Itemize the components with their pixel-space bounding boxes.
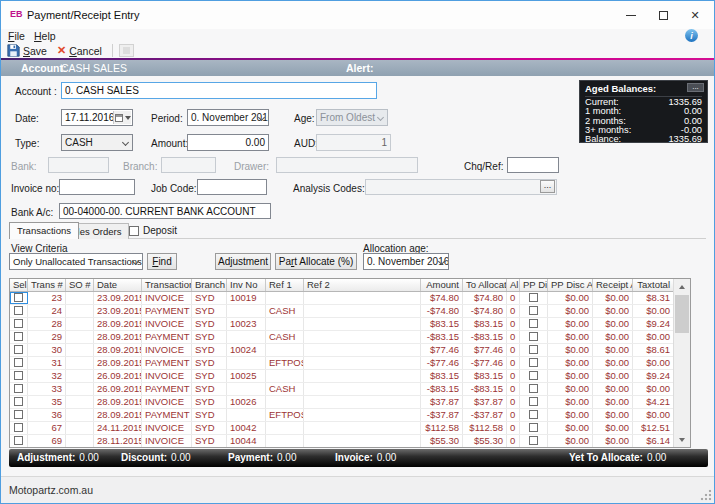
- view-criteria-select[interactable]: Only Unallocated Transactions: [9, 253, 143, 270]
- close-button[interactable]: ✕: [680, 1, 710, 29]
- cell-pp-disc[interactable]: [520, 292, 548, 304]
- cell-sel[interactable]: [10, 435, 28, 447]
- table-row[interactable]: 3528.09.2015INVOICESYD10026$37.87$37.870…: [10, 396, 690, 409]
- cancel-button[interactable]: ✕ Cancel: [57, 44, 102, 57]
- cell-pp-disc[interactable]: [520, 396, 548, 408]
- table-row[interactable]: 3226.09.2015INVOICESYD10025$83.15$83.150…: [10, 370, 690, 383]
- col-header-ref1[interactable]: Ref 1: [266, 279, 304, 291]
- table-row[interactable]: 6724.11.2015INVOICESYD10042$112.58$112.5…: [10, 422, 690, 435]
- scrollbar-thumb[interactable]: [675, 295, 689, 333]
- cell-sel[interactable]: [10, 344, 28, 356]
- cell-pp-disc[interactable]: [520, 370, 548, 382]
- cell-sel[interactable]: [10, 396, 28, 408]
- col-header-taxtotal[interactable]: Taxtotal: [633, 279, 674, 291]
- menu-help[interactable]: Help: [31, 30, 59, 42]
- cell-sel[interactable]: [10, 292, 28, 304]
- save-button[interactable]: Save: [7, 44, 47, 57]
- menu-file[interactable]: File: [5, 30, 28, 42]
- pp-disc-checkbox[interactable]: [529, 306, 538, 315]
- resize-grip[interactable]: [700, 489, 712, 501]
- cell-pp-disc[interactable]: [520, 435, 548, 447]
- cell-pp-disc[interactable]: [520, 305, 548, 317]
- col-header-receipt-amt[interactable]: Receipt Amt: [593, 279, 633, 291]
- pp-disc-checkbox[interactable]: [529, 397, 538, 406]
- pp-disc-checkbox[interactable]: [529, 371, 538, 380]
- col-header-pp-disc[interactable]: PP Disc: [520, 279, 548, 291]
- cell-sel[interactable]: [10, 357, 28, 369]
- sel-checkbox[interactable]: [14, 319, 23, 328]
- table-row[interactable]: 2323.09.2015INVOICESYD10019$74.80$74.800…: [10, 292, 690, 305]
- col-header-so-no[interactable]: SO #: [66, 279, 94, 291]
- cell-pp-disc[interactable]: [520, 422, 548, 434]
- type-select[interactable]: CASH: [61, 134, 133, 151]
- cell-sel[interactable]: [10, 331, 28, 343]
- cell-pp-disc[interactable]: [520, 318, 548, 330]
- job-code-input[interactable]: [197, 179, 267, 195]
- chqref-input[interactable]: [507, 157, 559, 173]
- table-row[interactable]: 6928.11.2015INVOICESYD10044$55.30$55.300…: [10, 435, 690, 448]
- col-header-pp-disc-amnt[interactable]: PP Disc Amnt: [548, 279, 593, 291]
- sel-checkbox[interactable]: [14, 384, 23, 393]
- col-header-inv-no[interactable]: Inv No: [227, 279, 266, 291]
- aged-balances-more-button[interactable]: ...: [687, 83, 704, 92]
- info-icon[interactable]: i: [685, 29, 698, 42]
- sel-checkbox[interactable]: [14, 371, 23, 380]
- sel-checkbox[interactable]: [14, 397, 23, 406]
- col-header-sel[interactable]: Sel: [10, 279, 28, 291]
- sel-checkbox[interactable]: [14, 358, 23, 367]
- adjustment-button[interactable]: Adjustment: [215, 253, 271, 270]
- cell-sel[interactable]: [10, 409, 28, 421]
- tab-transactions[interactable]: Transactions: [9, 222, 79, 239]
- cell-pp-disc[interactable]: [520, 409, 548, 421]
- invoice-no-input[interactable]: [59, 179, 135, 195]
- pp-disc-checkbox[interactable]: [529, 319, 538, 328]
- analysis-codes-more-button[interactable]: ...: [540, 180, 555, 193]
- cell-sel[interactable]: [10, 370, 28, 382]
- table-row[interactable]: 3628.09.2015PAYMENTSYDEFTPOS-$37.87-$37.…: [10, 409, 690, 422]
- pp-disc-checkbox[interactable]: [529, 345, 538, 354]
- col-header-date[interactable]: Date: [94, 279, 142, 291]
- period-select[interactable]: 0. November 2016: [187, 109, 269, 126]
- bank-account-input[interactable]: 00-04000-00. CURRENT BANK ACCOUNT: [59, 203, 271, 219]
- sel-checkbox[interactable]: [14, 436, 23, 445]
- cell-sel[interactable]: [10, 422, 28, 434]
- pp-disc-checkbox[interactable]: [529, 436, 538, 445]
- table-row[interactable]: 3028.09.2015INVOICESYD10024$77.46$77.460…: [10, 344, 690, 357]
- pp-disc-checkbox[interactable]: [529, 293, 538, 302]
- account-input[interactable]: 0. CASH SALES: [61, 82, 377, 99]
- col-header-al[interactable]: Al: [507, 279, 520, 291]
- date-picker-button[interactable]: [113, 111, 131, 124]
- find-button[interactable]: Find: [147, 253, 177, 270]
- table-row[interactable]: 2423.09.2015PAYMENTSYDCASH-$74.80-$74.80…: [10, 305, 690, 318]
- pp-disc-checkbox[interactable]: [529, 410, 538, 419]
- scrollbar-up-button[interactable]: [674, 279, 690, 294]
- cell-sel[interactable]: [10, 305, 28, 317]
- amount-input[interactable]: 0.00: [187, 134, 269, 151]
- sel-checkbox[interactable]: [14, 345, 23, 354]
- sel-checkbox[interactable]: [14, 293, 23, 302]
- part-allocate-button[interactable]: Part Allocate (%): [275, 253, 357, 270]
- pp-disc-checkbox[interactable]: [529, 332, 538, 341]
- sel-checkbox[interactable]: [14, 332, 23, 341]
- cell-pp-disc[interactable]: [520, 331, 548, 343]
- pp-disc-checkbox[interactable]: [529, 423, 538, 432]
- allocation-age-select[interactable]: 0. November 2016: [363, 253, 449, 270]
- col-header-trans-no[interactable]: Trans #: [28, 279, 66, 291]
- col-header-to-allocate[interactable]: To Allocate: [463, 279, 507, 291]
- sel-checkbox[interactable]: [14, 410, 23, 419]
- col-header-branch[interactable]: Branch: [192, 279, 227, 291]
- sel-checkbox[interactable]: [14, 423, 23, 432]
- maximize-button[interactable]: [648, 1, 678, 29]
- sel-checkbox[interactable]: [14, 306, 23, 315]
- title-bar[interactable]: EB Payment/Receipt Entry ✕: [1, 1, 714, 29]
- cell-sel[interactable]: [10, 383, 28, 395]
- table-row[interactable]: 2828.09.2015INVOICESYD10023$83.15$83.150…: [10, 318, 690, 331]
- pp-disc-checkbox[interactable]: [529, 384, 538, 393]
- cell-pp-disc[interactable]: [520, 344, 548, 356]
- minimize-button[interactable]: [616, 1, 646, 29]
- table-row[interactable]: 3128.09.2015PAYMENTSYDEFTPOS-$77.46-$77.…: [10, 357, 690, 370]
- table-row[interactable]: 3326.09.2015PAYMENTSYDCASH-$83.15-$83.15…: [10, 383, 690, 396]
- col-header-ref2[interactable]: Ref 2: [304, 279, 421, 291]
- col-header-transaction[interactable]: Transaction: [142, 279, 192, 291]
- col-header-amount[interactable]: Amount: [421, 279, 463, 291]
